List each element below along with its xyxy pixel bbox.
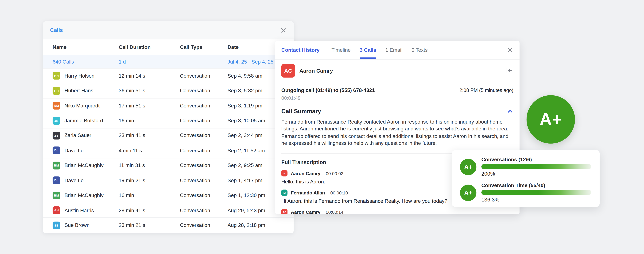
caller-name-cell: HH Harry Holson bbox=[52, 72, 119, 80]
calls-close-button[interactable] bbox=[280, 27, 287, 33]
calls-panel-header: Calls bbox=[43, 21, 294, 39]
contact-name: Aaron Camry bbox=[300, 67, 505, 74]
call-duration-cell: 12 min 14 s bbox=[119, 73, 180, 79]
scorecard-panel: A+ Conversations (12/6) 200% A+ Conversa… bbox=[452, 150, 600, 207]
avatar: ZS bbox=[52, 132, 60, 140]
close-icon bbox=[508, 47, 513, 52]
table-row[interactable]: DL Dave Lo 19 min 21 s Conversation Sep … bbox=[43, 173, 294, 188]
call-duration-cell: 4 min 11 s bbox=[119, 148, 180, 153]
table-row[interactable]: DL Dave Lo 4 min 11 s Conversation Sep 2… bbox=[43, 143, 294, 158]
call-duration-cell: 11 min 31 s bbox=[119, 163, 180, 168]
call-type-cell: Conversation bbox=[180, 103, 228, 109]
call-type-cell: Conversation bbox=[180, 118, 228, 124]
avatar: NM bbox=[52, 102, 60, 110]
table-row[interactable]: ZS Zaria Sauer 23 min 41 s Conversation … bbox=[43, 128, 294, 143]
speaker-timestamp: 00:00:14 bbox=[326, 210, 344, 214]
call-type-cell: Conversation bbox=[180, 193, 228, 198]
caller-name: Dave Lo bbox=[64, 178, 84, 183]
avatar: AC bbox=[282, 170, 288, 177]
collapse-summary-button[interactable] bbox=[507, 109, 514, 114]
contact-panel-close-button[interactable] bbox=[507, 47, 514, 53]
metric-grade-badge: A+ bbox=[460, 184, 476, 201]
caller-name-cell: NM Niko Marquardt bbox=[52, 102, 119, 110]
speaker-timestamp: 00:00:10 bbox=[330, 190, 348, 195]
tab[interactable]: 0 Texts bbox=[412, 47, 428, 53]
scorecard-metric: A+ Conversation Time (55/40) 136.3% bbox=[460, 183, 592, 203]
calls-panel: Calls Name Call Duration Call Type Date … bbox=[43, 21, 294, 233]
caller-name: Dave Lo bbox=[64, 148, 84, 153]
total-duration-link[interactable]: 1 d bbox=[119, 59, 180, 65]
collapse-left-icon bbox=[506, 68, 512, 73]
caller-name-cell: BM Brian McCaughly bbox=[52, 192, 119, 199]
metric-value: 136.3% bbox=[481, 197, 592, 203]
contact-avatar: AC bbox=[282, 64, 295, 77]
tab[interactable]: 3 Calls bbox=[360, 47, 376, 53]
caller-name: Harry Holson bbox=[64, 73, 94, 79]
tab[interactable]: Timeline bbox=[332, 47, 350, 53]
avatar: FA bbox=[282, 190, 288, 196]
call-type-cell: Conversation bbox=[180, 73, 228, 79]
call-duration-cell: 19 min 21 s bbox=[119, 178, 180, 183]
metric-progress-fill bbox=[481, 164, 592, 169]
call-type-cell: Conversation bbox=[180, 208, 228, 213]
caller-name: Austin Harris bbox=[64, 208, 94, 213]
caller-name-cell: JB Jammie Botsford bbox=[52, 117, 119, 125]
table-row[interactable]: HH Harry Holson 12 min 14 s Conversation… bbox=[43, 68, 294, 83]
call-summary-text: Fernando from Renaissance Realty contact… bbox=[282, 119, 514, 147]
metric-value: 200% bbox=[481, 171, 592, 177]
call-duration-timer: 00:01:49 bbox=[282, 95, 514, 101]
metric-progress-fill bbox=[481, 190, 592, 195]
call-type-cell: Conversation bbox=[180, 178, 228, 183]
caller-name: Brian McCaughly bbox=[64, 163, 104, 168]
call-duration-cell: 16 min bbox=[119, 193, 180, 198]
calls-panel-title: Calls bbox=[50, 27, 63, 33]
tab[interactable]: Contact History bbox=[282, 47, 320, 53]
speaker-name: Aaron Camry bbox=[291, 171, 320, 176]
avatar: DL bbox=[52, 147, 60, 155]
table-row[interactable]: SB Sue Brown 23 min 21 s Conversation Au… bbox=[43, 218, 294, 233]
caller-name: Zaria Sauer bbox=[64, 133, 92, 138]
avatar: JB bbox=[52, 117, 60, 125]
calls-table-body: HH Harry Holson 12 min 14 s Conversation… bbox=[43, 68, 294, 233]
speaker-name: Fernando Allan bbox=[291, 190, 325, 195]
table-row[interactable]: HH Hubert Hans 36 min 51 s Conversation … bbox=[43, 83, 294, 98]
avatar: BM bbox=[52, 192, 60, 199]
avatar: SB bbox=[52, 222, 60, 229]
scorecard-metric: A+ Conversations (12/6) 200% bbox=[460, 157, 592, 177]
calls-summary-row[interactable]: 640 Calls 1 d Jul 4, 25 - Sep 4, 25 bbox=[43, 55, 294, 68]
table-row[interactable]: BM Brian McCaughly 16 min Conversation S… bbox=[43, 188, 294, 203]
chevron-up-icon bbox=[508, 110, 513, 113]
metric-label: Conversation Time (55/40) bbox=[481, 183, 592, 188]
table-row[interactable]: AH Austin Harris 28 min 41 s Conversatio… bbox=[43, 203, 294, 218]
tab-list: Contact History Timeline 3 Calls 1 Email… bbox=[282, 47, 437, 53]
caller-name: Sue Brown bbox=[64, 222, 90, 228]
close-icon bbox=[281, 28, 286, 32]
call-summary-title: Call Summary bbox=[282, 108, 507, 114]
caller-name-cell: DL Dave Lo bbox=[52, 177, 119, 184]
table-row[interactable]: NM Niko Marquardt 17 min 51 s Conversati… bbox=[43, 98, 294, 113]
call-type-cell: Conversation bbox=[180, 163, 228, 168]
transcript-entry: AC Aaron Camry 00:00:14 I’m doing great,… bbox=[282, 209, 514, 214]
calls-table-header: Name Call Duration Call Type Date bbox=[43, 39, 294, 55]
tab[interactable]: 1 Email bbox=[385, 47, 402, 53]
avatar: AC bbox=[282, 209, 288, 214]
avatar: BM bbox=[52, 162, 60, 169]
call-duration-cell: 23 min 21 s bbox=[119, 222, 180, 228]
call-duration-cell: 28 min 41 s bbox=[119, 208, 180, 213]
table-row[interactable]: BM Brian McCaughly 11 min 31 s Conversat… bbox=[43, 158, 294, 173]
collapse-panel-button[interactable] bbox=[505, 67, 513, 74]
call-headline: Outgoing call (01:49) to (555) 678-4321 bbox=[282, 87, 460, 93]
caller-name: Hubert Hans bbox=[64, 88, 93, 94]
speaker-timestamp: 00:00:02 bbox=[326, 171, 344, 176]
call-type-cell: Conversation bbox=[180, 88, 228, 94]
contact-header: AC Aaron Camry bbox=[282, 59, 514, 82]
column-header-type: Call Type bbox=[180, 44, 228, 50]
caller-name-cell: BM Brian McCaughly bbox=[52, 162, 119, 169]
caller-name: Niko Marquardt bbox=[64, 103, 100, 109]
caller-name: Brian McCaughly bbox=[64, 193, 104, 198]
table-row[interactable]: JB Jammie Botsford 16 min Conversation S… bbox=[43, 113, 294, 128]
total-calls-link[interactable]: 640 Calls bbox=[52, 59, 119, 65]
column-header-name: Name bbox=[52, 44, 119, 50]
column-header-duration: Call Duration bbox=[119, 44, 180, 50]
call-type-cell: Conversation bbox=[180, 148, 228, 153]
